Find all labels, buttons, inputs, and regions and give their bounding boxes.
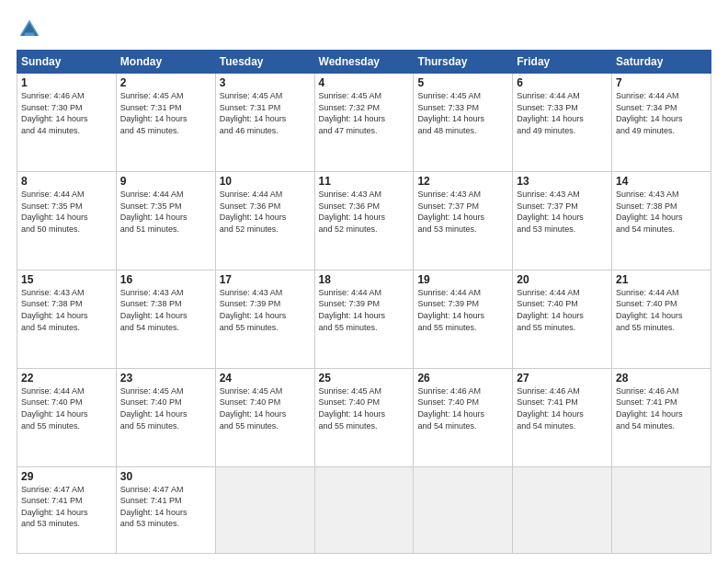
day-info: Sunrise: 4:47 AM Sunset: 7:41 PM Dayligh… bbox=[21, 484, 112, 530]
day-cell: 6Sunrise: 4:44 AM Sunset: 7:33 PM Daylig… bbox=[513, 74, 612, 172]
day-info: Sunrise: 4:44 AM Sunset: 7:39 PM Dayligh… bbox=[319, 287, 410, 333]
day-info: Sunrise: 4:45 AM Sunset: 7:40 PM Dayligh… bbox=[220, 385, 311, 431]
day-number: 1 bbox=[21, 76, 112, 89]
day-info: Sunrise: 4:47 AM Sunset: 7:41 PM Dayligh… bbox=[120, 484, 211, 530]
day-info: Sunrise: 4:46 AM Sunset: 7:40 PM Dayligh… bbox=[417, 385, 508, 431]
day-number: 10 bbox=[220, 175, 311, 188]
day-cell: 8Sunrise: 4:44 AM Sunset: 7:35 PM Daylig… bbox=[17, 171, 117, 270]
day-cell: 19Sunrise: 4:44 AM Sunset: 7:39 PM Dayli… bbox=[414, 270, 513, 368]
day-info: Sunrise: 4:45 AM Sunset: 7:40 PM Dayligh… bbox=[319, 385, 410, 431]
day-cell bbox=[215, 466, 314, 553]
day-header: Tuesday bbox=[215, 51, 314, 74]
day-info: Sunrise: 4:43 AM Sunset: 7:38 PM Dayligh… bbox=[616, 189, 707, 235]
header-row: SundayMondayTuesdayWednesdayThursdayFrid… bbox=[17, 51, 711, 74]
day-info: Sunrise: 4:46 AM Sunset: 7:41 PM Dayligh… bbox=[517, 385, 608, 431]
day-number: 21 bbox=[616, 273, 707, 286]
day-number: 14 bbox=[616, 175, 707, 188]
day-header: Monday bbox=[116, 51, 215, 74]
day-cell: 23Sunrise: 4:45 AM Sunset: 7:40 PM Dayli… bbox=[116, 368, 215, 466]
day-number: 6 bbox=[517, 76, 608, 89]
day-cell bbox=[314, 466, 414, 553]
day-number: 28 bbox=[616, 372, 707, 385]
day-number: 27 bbox=[517, 372, 608, 385]
day-number: 9 bbox=[120, 175, 211, 188]
day-cell: 24Sunrise: 4:45 AM Sunset: 7:40 PM Dayli… bbox=[215, 368, 314, 466]
logo bbox=[17, 17, 46, 42]
day-cell: 26Sunrise: 4:46 AM Sunset: 7:40 PM Dayli… bbox=[414, 368, 513, 466]
day-info: Sunrise: 4:43 AM Sunset: 7:36 PM Dayligh… bbox=[319, 189, 410, 235]
day-number: 2 bbox=[120, 76, 211, 89]
day-cell: 2Sunrise: 4:45 AM Sunset: 7:31 PM Daylig… bbox=[116, 74, 215, 172]
week-row: 15Sunrise: 4:43 AM Sunset: 7:38 PM Dayli… bbox=[17, 270, 711, 368]
day-cell bbox=[612, 466, 711, 553]
day-cell: 3Sunrise: 4:45 AM Sunset: 7:31 PM Daylig… bbox=[215, 74, 314, 172]
day-info: Sunrise: 4:44 AM Sunset: 7:40 PM Dayligh… bbox=[21, 385, 112, 431]
day-number: 22 bbox=[21, 372, 112, 385]
day-cell: 13Sunrise: 4:43 AM Sunset: 7:37 PM Dayli… bbox=[513, 171, 612, 270]
day-number: 26 bbox=[417, 372, 508, 385]
day-cell: 29Sunrise: 4:47 AM Sunset: 7:41 PM Dayli… bbox=[17, 466, 117, 553]
day-cell: 17Sunrise: 4:43 AM Sunset: 7:39 PM Dayli… bbox=[215, 270, 314, 368]
day-number: 11 bbox=[319, 175, 410, 188]
day-info: Sunrise: 4:44 AM Sunset: 7:34 PM Dayligh… bbox=[616, 90, 707, 136]
day-number: 8 bbox=[21, 175, 112, 188]
day-cell: 7Sunrise: 4:44 AM Sunset: 7:34 PM Daylig… bbox=[612, 74, 711, 172]
day-info: Sunrise: 4:43 AM Sunset: 7:39 PM Dayligh… bbox=[220, 287, 311, 333]
day-header: Wednesday bbox=[314, 51, 414, 74]
day-cell: 5Sunrise: 4:45 AM Sunset: 7:33 PM Daylig… bbox=[414, 74, 513, 172]
day-cell: 25Sunrise: 4:45 AM Sunset: 7:40 PM Dayli… bbox=[314, 368, 414, 466]
day-number: 5 bbox=[417, 76, 508, 89]
day-number: 23 bbox=[120, 372, 211, 385]
day-cell bbox=[414, 466, 513, 553]
page: SundayMondayTuesdayWednesdayThursdayFrid… bbox=[0, 0, 728, 563]
day-cell: 30Sunrise: 4:47 AM Sunset: 7:41 PM Dayli… bbox=[116, 466, 215, 553]
day-number: 15 bbox=[21, 273, 112, 286]
day-info: Sunrise: 4:44 AM Sunset: 7:40 PM Dayligh… bbox=[517, 287, 608, 333]
svg-rect-2 bbox=[25, 33, 35, 37]
day-cell: 10Sunrise: 4:44 AM Sunset: 7:36 PM Dayli… bbox=[215, 171, 314, 270]
day-info: Sunrise: 4:46 AM Sunset: 7:30 PM Dayligh… bbox=[21, 90, 112, 136]
day-header: Sunday bbox=[17, 51, 117, 74]
day-number: 18 bbox=[319, 273, 410, 286]
day-cell: 15Sunrise: 4:43 AM Sunset: 7:38 PM Dayli… bbox=[17, 270, 117, 368]
day-info: Sunrise: 4:45 AM Sunset: 7:40 PM Dayligh… bbox=[120, 385, 211, 431]
week-row: 1Sunrise: 4:46 AM Sunset: 7:30 PM Daylig… bbox=[17, 74, 711, 172]
day-cell: 27Sunrise: 4:46 AM Sunset: 7:41 PM Dayli… bbox=[513, 368, 612, 466]
week-row: 8Sunrise: 4:44 AM Sunset: 7:35 PM Daylig… bbox=[17, 171, 711, 270]
header bbox=[17, 17, 711, 42]
day-number: 29 bbox=[21, 470, 112, 483]
day-number: 20 bbox=[517, 273, 608, 286]
day-header: Saturday bbox=[612, 51, 711, 74]
day-number: 17 bbox=[220, 273, 311, 286]
calendar-table: SundayMondayTuesdayWednesdayThursdayFrid… bbox=[17, 50, 711, 554]
day-info: Sunrise: 4:46 AM Sunset: 7:41 PM Dayligh… bbox=[616, 385, 707, 431]
day-info: Sunrise: 4:44 AM Sunset: 7:33 PM Dayligh… bbox=[517, 90, 608, 136]
day-info: Sunrise: 4:43 AM Sunset: 7:37 PM Dayligh… bbox=[517, 189, 608, 235]
day-number: 25 bbox=[319, 372, 410, 385]
day-cell: 18Sunrise: 4:44 AM Sunset: 7:39 PM Dayli… bbox=[314, 270, 414, 368]
day-cell: 12Sunrise: 4:43 AM Sunset: 7:37 PM Dayli… bbox=[414, 171, 513, 270]
week-row: 29Sunrise: 4:47 AM Sunset: 7:41 PM Dayli… bbox=[17, 466, 711, 553]
day-number: 12 bbox=[417, 175, 508, 188]
day-cell: 9Sunrise: 4:44 AM Sunset: 7:35 PM Daylig… bbox=[116, 171, 215, 270]
day-cell: 20Sunrise: 4:44 AM Sunset: 7:40 PM Dayli… bbox=[513, 270, 612, 368]
day-info: Sunrise: 4:44 AM Sunset: 7:35 PM Dayligh… bbox=[21, 189, 112, 235]
day-number: 19 bbox=[417, 273, 508, 286]
day-info: Sunrise: 4:45 AM Sunset: 7:32 PM Dayligh… bbox=[319, 90, 410, 136]
day-info: Sunrise: 4:44 AM Sunset: 7:36 PM Dayligh… bbox=[220, 189, 311, 235]
day-number: 7 bbox=[616, 76, 707, 89]
day-info: Sunrise: 4:43 AM Sunset: 7:37 PM Dayligh… bbox=[417, 189, 508, 235]
day-number: 13 bbox=[517, 175, 608, 188]
day-info: Sunrise: 4:43 AM Sunset: 7:38 PM Dayligh… bbox=[120, 287, 211, 333]
day-cell: 16Sunrise: 4:43 AM Sunset: 7:38 PM Dayli… bbox=[116, 270, 215, 368]
logo-icon bbox=[17, 17, 42, 42]
day-info: Sunrise: 4:45 AM Sunset: 7:31 PM Dayligh… bbox=[220, 90, 311, 136]
day-info: Sunrise: 4:45 AM Sunset: 7:33 PM Dayligh… bbox=[417, 90, 508, 136]
day-cell: 22Sunrise: 4:44 AM Sunset: 7:40 PM Dayli… bbox=[17, 368, 117, 466]
day-number: 4 bbox=[319, 76, 410, 89]
day-info: Sunrise: 4:44 AM Sunset: 7:39 PM Dayligh… bbox=[417, 287, 508, 333]
day-number: 16 bbox=[120, 273, 211, 286]
day-cell: 1Sunrise: 4:46 AM Sunset: 7:30 PM Daylig… bbox=[17, 74, 117, 172]
week-row: 22Sunrise: 4:44 AM Sunset: 7:40 PM Dayli… bbox=[17, 368, 711, 466]
day-cell bbox=[513, 466, 612, 553]
